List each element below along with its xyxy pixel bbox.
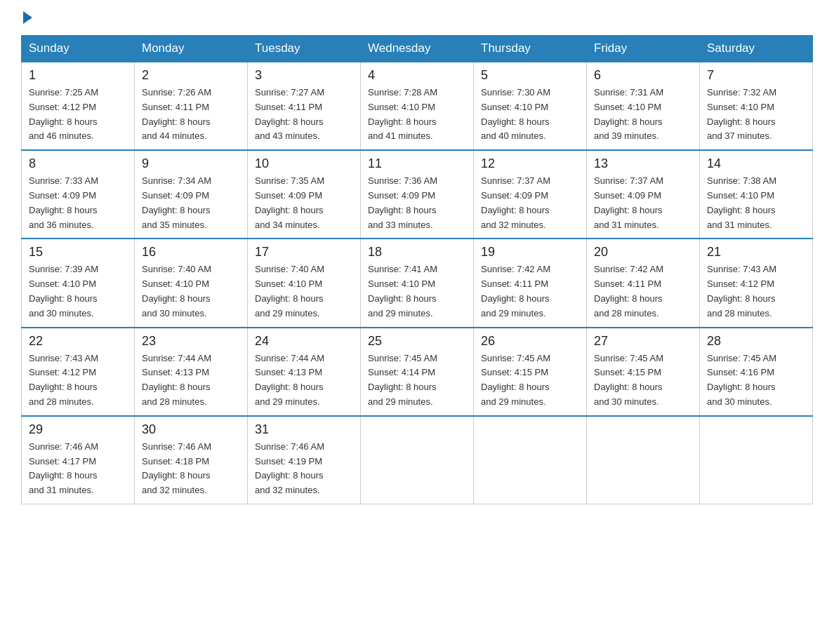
day-info: Sunrise: 7:45 AMSunset: 4:15 PMDaylight:… (594, 351, 692, 410)
table-row: 25Sunrise: 7:45 AMSunset: 4:14 PMDayligh… (361, 328, 474, 416)
day-number: 22 (29, 334, 127, 349)
table-row: 21Sunrise: 7:43 AMSunset: 4:12 PMDayligh… (700, 239, 813, 327)
logo (21, 14, 32, 21)
col-sunday: Sunday (22, 36, 135, 62)
col-saturday: Saturday (700, 36, 813, 62)
day-info: Sunrise: 7:38 AMSunset: 4:10 PMDaylight:… (707, 174, 805, 232)
day-info: Sunrise: 7:27 AMSunset: 4:11 PMDaylight:… (255, 86, 353, 144)
day-number: 21 (707, 245, 805, 260)
calendar-week-row: 29Sunrise: 7:46 AMSunset: 4:17 PMDayligh… (22, 416, 813, 504)
day-info: Sunrise: 7:28 AMSunset: 4:10 PMDaylight:… (368, 86, 466, 144)
table-row (361, 416, 474, 504)
table-row: 4Sunrise: 7:28 AMSunset: 4:10 PMDaylight… (361, 62, 474, 150)
day-info: Sunrise: 7:40 AMSunset: 4:10 PMDaylight:… (142, 262, 240, 321)
day-number: 23 (142, 334, 240, 349)
calendar-week-row: 1Sunrise: 7:25 AMSunset: 4:12 PMDaylight… (22, 62, 813, 150)
day-number: 18 (368, 245, 466, 260)
col-friday: Friday (587, 36, 700, 62)
day-info: Sunrise: 7:45 AMSunset: 4:15 PMDaylight:… (481, 351, 579, 410)
day-number: 30 (142, 422, 240, 437)
day-number: 6 (594, 68, 692, 83)
table-row: 30Sunrise: 7:46 AMSunset: 4:18 PMDayligh… (135, 416, 248, 504)
day-info: Sunrise: 7:37 AMSunset: 4:09 PMDaylight:… (594, 174, 692, 232)
day-number: 13 (594, 156, 692, 171)
day-number: 20 (594, 245, 692, 260)
day-info: Sunrise: 7:43 AMSunset: 4:12 PMDaylight:… (29, 351, 127, 410)
day-info: Sunrise: 7:46 AMSunset: 4:17 PMDaylight:… (29, 440, 127, 498)
calendar-table: Sunday Monday Tuesday Wednesday Thursday… (21, 35, 813, 504)
table-row: 5Sunrise: 7:30 AMSunset: 4:10 PMDaylight… (474, 62, 587, 150)
day-number: 5 (481, 68, 579, 83)
day-info: Sunrise: 7:25 AMSunset: 4:12 PMDaylight:… (29, 86, 127, 144)
day-number: 14 (707, 156, 805, 171)
day-number: 15 (29, 245, 127, 260)
table-row: 9Sunrise: 7:34 AMSunset: 4:09 PMDaylight… (135, 150, 248, 239)
day-number: 26 (481, 334, 579, 349)
logo-arrow-icon (23, 11, 32, 24)
day-info: Sunrise: 7:44 AMSunset: 4:13 PMDaylight:… (142, 351, 240, 410)
day-number: 25 (368, 334, 466, 349)
day-info: Sunrise: 7:43 AMSunset: 4:12 PMDaylight:… (707, 262, 805, 321)
table-row: 2Sunrise: 7:26 AMSunset: 4:11 PMDaylight… (135, 62, 248, 150)
table-row: 22Sunrise: 7:43 AMSunset: 4:12 PMDayligh… (22, 328, 135, 416)
day-info: Sunrise: 7:42 AMSunset: 4:11 PMDaylight:… (594, 262, 692, 321)
table-row: 27Sunrise: 7:45 AMSunset: 4:15 PMDayligh… (587, 328, 700, 416)
col-thursday: Thursday (474, 36, 587, 62)
day-info: Sunrise: 7:41 AMSunset: 4:10 PMDaylight:… (368, 262, 466, 321)
day-info: Sunrise: 7:46 AMSunset: 4:18 PMDaylight:… (142, 440, 240, 498)
day-info: Sunrise: 7:44 AMSunset: 4:13 PMDaylight:… (255, 351, 353, 410)
table-row: 13Sunrise: 7:37 AMSunset: 4:09 PMDayligh… (587, 150, 700, 239)
col-tuesday: Tuesday (248, 36, 361, 62)
day-number: 28 (707, 334, 805, 349)
page-header (21, 14, 813, 21)
calendar-week-row: 22Sunrise: 7:43 AMSunset: 4:12 PMDayligh… (22, 328, 813, 416)
table-row: 24Sunrise: 7:44 AMSunset: 4:13 PMDayligh… (248, 328, 361, 416)
day-info: Sunrise: 7:33 AMSunset: 4:09 PMDaylight:… (29, 174, 127, 232)
calendar-week-row: 8Sunrise: 7:33 AMSunset: 4:09 PMDaylight… (22, 150, 813, 239)
day-info: Sunrise: 7:35 AMSunset: 4:09 PMDaylight:… (255, 174, 353, 232)
day-info: Sunrise: 7:37 AMSunset: 4:09 PMDaylight:… (481, 174, 579, 232)
calendar-week-row: 15Sunrise: 7:39 AMSunset: 4:10 PMDayligh… (22, 239, 813, 327)
calendar-header-row: Sunday Monday Tuesday Wednesday Thursday… (22, 36, 813, 62)
table-row: 14Sunrise: 7:38 AMSunset: 4:10 PMDayligh… (700, 150, 813, 239)
table-row (587, 416, 700, 504)
table-row: 12Sunrise: 7:37 AMSunset: 4:09 PMDayligh… (474, 150, 587, 239)
table-row: 23Sunrise: 7:44 AMSunset: 4:13 PMDayligh… (135, 328, 248, 416)
day-number: 1 (29, 68, 127, 83)
day-number: 4 (368, 68, 466, 83)
table-row: 16Sunrise: 7:40 AMSunset: 4:10 PMDayligh… (135, 239, 248, 327)
day-info: Sunrise: 7:26 AMSunset: 4:11 PMDaylight:… (142, 86, 240, 144)
day-info: Sunrise: 7:39 AMSunset: 4:10 PMDaylight:… (29, 262, 127, 321)
table-row: 28Sunrise: 7:45 AMSunset: 4:16 PMDayligh… (700, 328, 813, 416)
table-row (474, 416, 587, 504)
day-number: 7 (707, 68, 805, 83)
table-row: 29Sunrise: 7:46 AMSunset: 4:17 PMDayligh… (22, 416, 135, 504)
table-row: 19Sunrise: 7:42 AMSunset: 4:11 PMDayligh… (474, 239, 587, 327)
day-number: 9 (142, 156, 240, 171)
day-number: 29 (29, 422, 127, 437)
table-row: 18Sunrise: 7:41 AMSunset: 4:10 PMDayligh… (361, 239, 474, 327)
col-wednesday: Wednesday (361, 36, 474, 62)
day-info: Sunrise: 7:46 AMSunset: 4:19 PMDaylight:… (255, 440, 353, 498)
day-info: Sunrise: 7:36 AMSunset: 4:09 PMDaylight:… (368, 174, 466, 232)
table-row: 3Sunrise: 7:27 AMSunset: 4:11 PMDaylight… (248, 62, 361, 150)
day-info: Sunrise: 7:42 AMSunset: 4:11 PMDaylight:… (481, 262, 579, 321)
table-row: 20Sunrise: 7:42 AMSunset: 4:11 PMDayligh… (587, 239, 700, 327)
day-info: Sunrise: 7:30 AMSunset: 4:10 PMDaylight:… (481, 86, 579, 144)
day-number: 8 (29, 156, 127, 171)
day-number: 2 (142, 68, 240, 83)
day-number: 11 (368, 156, 466, 171)
table-row: 8Sunrise: 7:33 AMSunset: 4:09 PMDaylight… (22, 150, 135, 239)
col-monday: Monday (135, 36, 248, 62)
table-row: 1Sunrise: 7:25 AMSunset: 4:12 PMDaylight… (22, 62, 135, 150)
table-row: 15Sunrise: 7:39 AMSunset: 4:10 PMDayligh… (22, 239, 135, 327)
day-number: 16 (142, 245, 240, 260)
table-row: 26Sunrise: 7:45 AMSunset: 4:15 PMDayligh… (474, 328, 587, 416)
day-number: 3 (255, 68, 353, 83)
table-row: 10Sunrise: 7:35 AMSunset: 4:09 PMDayligh… (248, 150, 361, 239)
day-number: 24 (255, 334, 353, 349)
table-row (700, 416, 813, 504)
day-number: 27 (594, 334, 692, 349)
day-info: Sunrise: 7:31 AMSunset: 4:10 PMDaylight:… (594, 86, 692, 144)
table-row: 17Sunrise: 7:40 AMSunset: 4:10 PMDayligh… (248, 239, 361, 327)
